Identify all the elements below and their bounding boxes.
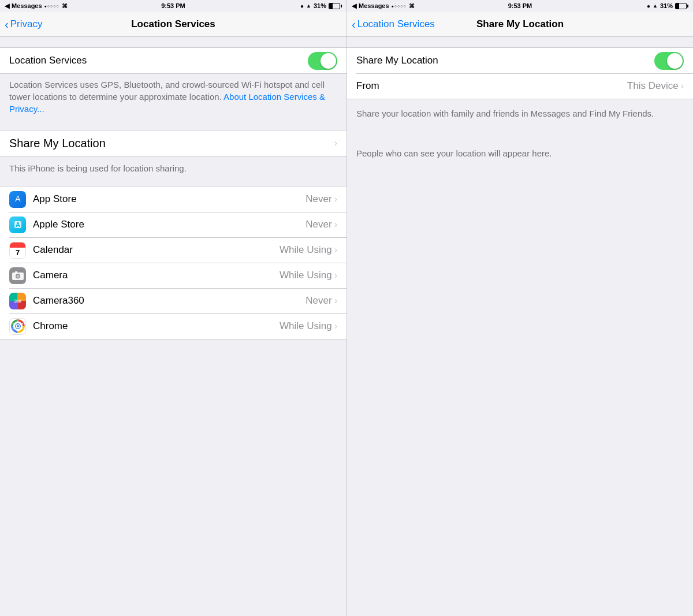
back-button-right[interactable]: ‹ Location Services xyxy=(352,18,435,30)
app-chevron-chrome: › xyxy=(334,321,337,331)
app-row-chrome[interactable]: Chrome While Using › xyxy=(0,313,346,339)
nav-title-right: Share My Location xyxy=(476,18,564,30)
status-bar-right: ◀ Messages ●○○○○ ⌘ 9:53 PM ● ▲ 31% xyxy=(347,0,693,12)
people-section: People who can see your location will ap… xyxy=(347,139,693,169)
location-services-section: Location Services xyxy=(0,47,346,74)
svg-point-5 xyxy=(16,275,19,278)
svg-text:A: A xyxy=(15,194,21,203)
from-label: From xyxy=(356,80,627,92)
app-perm-calendar: While Using xyxy=(280,244,332,256)
app-row-calendar[interactable]: 7 Calendar While Using › xyxy=(0,237,346,263)
app-perm-camera: While Using xyxy=(280,270,332,281)
svg-rect-6 xyxy=(15,271,17,273)
from-row[interactable]: From This Device › xyxy=(347,73,693,99)
battery-pct-left: 31% xyxy=(314,2,326,9)
back-label-left: Privacy xyxy=(10,18,43,30)
app-row-appstore[interactable]: A App Store Never › xyxy=(0,186,346,212)
battery-icon-left xyxy=(329,3,342,9)
share-my-location-row[interactable]: Share My Location › xyxy=(0,130,346,156)
share-location-row[interactable]: Share My Location xyxy=(347,48,693,73)
spacer-1 xyxy=(0,37,346,47)
from-value: This Device xyxy=(627,80,679,92)
app-chevron-applestore: › xyxy=(334,219,337,230)
nav-title-left: Location Services xyxy=(131,18,215,30)
location-services-toggle[interactable] xyxy=(308,52,337,70)
app-chevron-calendar: › xyxy=(334,245,337,255)
app-icon-camera360: 360 xyxy=(9,293,26,309)
svg-text:A: A xyxy=(16,221,20,228)
messages-icon-right: ◀ xyxy=(352,2,356,10)
app-name-appstore: App Store xyxy=(33,193,305,205)
messages-icon-left: ◀ xyxy=(5,2,9,10)
nav-bar-right: ‹ Location Services Share My Location xyxy=(347,12,693,37)
app-icon-camera xyxy=(9,267,26,284)
location-left: ▲ xyxy=(306,3,311,9)
app-chevron-camera: › xyxy=(334,270,337,281)
share-toggle-knob xyxy=(667,53,683,69)
app-name-camera: Camera xyxy=(33,270,280,281)
right-description: Share your location with family and frie… xyxy=(347,99,693,129)
app-icon-chrome xyxy=(9,318,26,335)
wifi-right: ⌘ xyxy=(409,3,415,9)
spacer-2 xyxy=(0,120,346,130)
location-right: ▲ xyxy=(653,3,658,9)
share-my-location-section: Share My Location › xyxy=(0,130,346,156)
app-name-right: Messages xyxy=(359,2,389,9)
back-chevron-right: ‹ xyxy=(352,18,356,30)
location-services-row[interactable]: Location Services xyxy=(0,48,346,73)
signal-left: ●○○○○ xyxy=(44,4,59,8)
share-chevron: › xyxy=(334,138,337,148)
lock-right: ● xyxy=(647,3,650,9)
chrome-svg xyxy=(11,319,25,333)
wifi-left: ⌘ xyxy=(62,3,68,9)
sharing-note: This iPhone is being used for location s… xyxy=(0,156,346,180)
nav-bar-left: ‹ Privacy Location Services xyxy=(0,12,346,37)
from-chevron: › xyxy=(681,81,684,91)
share-location-toggle[interactable] xyxy=(654,52,684,70)
status-bar-left: ◀ Messages ●○○○○ ⌘ 9:53 PM ● ▲ 31% xyxy=(0,0,346,12)
app-icon-calendar: 7 xyxy=(9,242,26,259)
app-name-calendar: Calendar xyxy=(33,244,280,256)
app-name-applestore: Apple Store xyxy=(33,219,305,230)
calendar-top xyxy=(10,242,25,248)
app-name-left: Messages xyxy=(12,2,42,9)
app-name-camera360: Camera360 xyxy=(33,295,305,307)
back-label-right: Location Services xyxy=(357,18,435,30)
back-chevron-left: ‹ xyxy=(5,18,9,30)
right-spacer-1 xyxy=(347,37,693,47)
app-icon-appstore: A xyxy=(9,191,26,208)
app-chevron-appstore: › xyxy=(334,194,337,204)
svg-point-11 xyxy=(17,325,19,327)
app-chevron-camera360: › xyxy=(334,296,337,306)
app-perm-appstore: Never xyxy=(305,193,331,205)
location-services-label: Location Services xyxy=(9,55,308,66)
right-panel: ◀ Messages ●○○○○ ⌘ 9:53 PM ● ▲ 31% ‹ Loc… xyxy=(346,0,693,616)
app-name-chrome: Chrome xyxy=(33,320,280,332)
right-spacer-2 xyxy=(347,129,693,139)
location-description: Location Services uses GPS, Bluetooth, a… xyxy=(0,74,346,120)
app-icon-applestore: A xyxy=(9,216,26,233)
app-row-camera[interactable]: Camera While Using › xyxy=(0,263,346,288)
app-row-applestore[interactable]: A Apple Store Never › xyxy=(0,212,346,237)
battery-icon-right xyxy=(675,3,688,9)
toggle-knob xyxy=(321,53,336,69)
back-button-left[interactable]: ‹ Privacy xyxy=(5,18,42,30)
share-location-section: Share My Location From This Device › xyxy=(347,47,693,99)
share-location-label: Share My Location xyxy=(356,55,654,66)
app-row-camera360[interactable]: 360 Camera360 Never › xyxy=(0,288,346,313)
app-list: A App Store Never › A Apple Store Never … xyxy=(0,186,346,339)
battery-pct-right: 31% xyxy=(660,2,673,9)
lock-left: ● xyxy=(300,3,304,9)
camera360-label: 360 xyxy=(14,298,21,304)
app-perm-camera360: Never xyxy=(305,295,331,307)
app-perm-chrome: While Using xyxy=(280,320,332,332)
time-left: 9:53 PM xyxy=(161,2,185,9)
signal-right: ●○○○○ xyxy=(392,4,407,8)
left-panel: ◀ Messages ●○○○○ ⌘ 9:53 PM ● ▲ 31% ‹ Pri… xyxy=(0,0,346,616)
time-right: 9:53 PM xyxy=(508,2,532,9)
calendar-bottom: 7 xyxy=(10,248,25,258)
spacer-3 xyxy=(0,180,346,186)
app-perm-applestore: Never xyxy=(305,219,331,230)
share-my-location-label: Share My Location xyxy=(9,137,334,150)
